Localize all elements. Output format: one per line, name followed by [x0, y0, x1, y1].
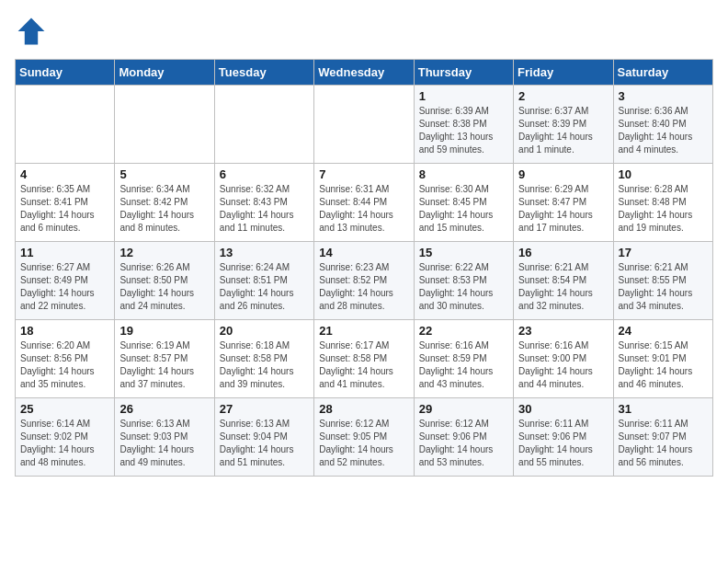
- calendar-cell: 4Sunrise: 6:35 AM Sunset: 8:41 PM Daylig…: [16, 164, 115, 242]
- cell-content: Sunrise: 6:36 AM Sunset: 8:40 PM Dayligh…: [619, 105, 708, 156]
- day-number: 17: [619, 246, 708, 259]
- cell-content: Sunrise: 6:12 AM Sunset: 9:06 PM Dayligh…: [419, 418, 508, 469]
- calendar-cell: 8Sunrise: 6:30 AM Sunset: 8:45 PM Daylig…: [414, 164, 513, 242]
- weekday-header-thursday: Thursday: [414, 60, 513, 86]
- cell-content: Sunrise: 6:23 AM Sunset: 8:52 PM Dayligh…: [319, 261, 408, 313]
- calendar-cell: 15Sunrise: 6:22 AM Sunset: 8:53 PM Dayli…: [414, 242, 513, 320]
- calendar-cell: [16, 86, 115, 164]
- day-number: 28: [319, 402, 408, 416]
- day-number: 22: [419, 324, 508, 338]
- cell-content: Sunrise: 6:27 AM Sunset: 8:49 PM Dayligh…: [20, 261, 109, 313]
- calendar-cell: 27Sunrise: 6:13 AM Sunset: 9:04 PM Dayli…: [214, 398, 313, 477]
- weekday-header-row: SundayMondayTuesdayWednesdayThursdayFrid…: [16, 60, 713, 86]
- calendar-cell: 18Sunrise: 6:20 AM Sunset: 8:56 PM Dayli…: [16, 320, 115, 398]
- week-row-4: 18Sunrise: 6:20 AM Sunset: 8:56 PM Dayli…: [16, 320, 713, 398]
- weekday-header-sunday: Sunday: [16, 60, 115, 86]
- day-number: 31: [619, 402, 708, 416]
- day-number: 21: [319, 324, 408, 338]
- day-number: 8: [419, 167, 508, 181]
- weekday-header-wednesday: Wednesday: [314, 60, 414, 86]
- logo-icon: [15, 15, 48, 48]
- day-number: 24: [619, 324, 708, 338]
- cell-content: Sunrise: 6:26 AM Sunset: 8:50 PM Dayligh…: [119, 261, 209, 313]
- calendar-cell: 6Sunrise: 6:32 AM Sunset: 8:43 PM Daylig…: [214, 164, 313, 242]
- cell-content: Sunrise: 6:11 AM Sunset: 9:06 PM Dayligh…: [518, 418, 608, 469]
- day-number: 29: [419, 402, 508, 416]
- day-number: 2: [518, 89, 608, 103]
- weekday-header-friday: Friday: [514, 60, 613, 86]
- calendar-cell: 22Sunrise: 6:16 AM Sunset: 8:59 PM Dayli…: [414, 320, 513, 398]
- cell-content: Sunrise: 6:28 AM Sunset: 8:48 PM Dayligh…: [619, 183, 708, 235]
- calendar-table: SundayMondayTuesdayWednesdayThursdayFrid…: [15, 59, 713, 477]
- calendar-cell: 28Sunrise: 6:12 AM Sunset: 9:05 PM Dayli…: [314, 398, 414, 477]
- day-number: 4: [20, 167, 109, 181]
- week-row-3: 11Sunrise: 6:27 AM Sunset: 8:49 PM Dayli…: [16, 242, 713, 320]
- calendar-cell: 14Sunrise: 6:23 AM Sunset: 8:52 PM Dayli…: [314, 242, 414, 320]
- day-number: 12: [119, 246, 209, 259]
- week-row-5: 25Sunrise: 6:14 AM Sunset: 9:02 PM Dayli…: [16, 398, 713, 477]
- day-number: 18: [20, 324, 109, 338]
- cell-content: Sunrise: 6:11 AM Sunset: 9:07 PM Dayligh…: [619, 418, 708, 469]
- calendar-cell: 11Sunrise: 6:27 AM Sunset: 8:49 PM Dayli…: [16, 242, 115, 320]
- weekday-header-tuesday: Tuesday: [214, 60, 313, 86]
- calendar-cell: 19Sunrise: 6:19 AM Sunset: 8:57 PM Dayli…: [115, 320, 214, 398]
- day-number: 23: [518, 324, 608, 338]
- day-number: 19: [119, 324, 209, 338]
- cell-content: Sunrise: 6:14 AM Sunset: 9:02 PM Dayligh…: [20, 418, 109, 469]
- cell-content: Sunrise: 6:39 AM Sunset: 8:38 PM Dayligh…: [419, 105, 508, 156]
- cell-content: Sunrise: 6:32 AM Sunset: 8:43 PM Dayligh…: [220, 183, 309, 235]
- day-number: 3: [619, 89, 708, 103]
- cell-content: Sunrise: 6:22 AM Sunset: 8:53 PM Dayligh…: [419, 261, 508, 313]
- cell-content: Sunrise: 6:20 AM Sunset: 8:56 PM Dayligh…: [20, 339, 109, 391]
- calendar-cell: 31Sunrise: 6:11 AM Sunset: 9:07 PM Dayli…: [613, 398, 712, 477]
- cell-content: Sunrise: 6:35 AM Sunset: 8:41 PM Dayligh…: [20, 183, 109, 235]
- cell-content: Sunrise: 6:31 AM Sunset: 8:44 PM Dayligh…: [319, 183, 408, 235]
- day-number: 1: [419, 89, 508, 103]
- cell-content: Sunrise: 6:17 AM Sunset: 8:58 PM Dayligh…: [319, 339, 408, 391]
- calendar-cell: 1Sunrise: 6:39 AM Sunset: 8:38 PM Daylig…: [414, 86, 513, 164]
- cell-content: Sunrise: 6:16 AM Sunset: 8:59 PM Dayligh…: [419, 339, 508, 391]
- calendar-cell: 13Sunrise: 6:24 AM Sunset: 8:51 PM Dayli…: [214, 242, 313, 320]
- day-number: 27: [220, 402, 309, 416]
- calendar-cell: 10Sunrise: 6:28 AM Sunset: 8:48 PM Dayli…: [613, 164, 712, 242]
- cell-content: Sunrise: 6:16 AM Sunset: 9:00 PM Dayligh…: [518, 339, 608, 391]
- weekday-header-saturday: Saturday: [613, 60, 712, 86]
- cell-content: Sunrise: 6:37 AM Sunset: 8:39 PM Dayligh…: [518, 105, 608, 156]
- cell-content: Sunrise: 6:24 AM Sunset: 8:51 PM Dayligh…: [220, 261, 309, 313]
- calendar-cell: 29Sunrise: 6:12 AM Sunset: 9:06 PM Dayli…: [414, 398, 513, 477]
- calendar-cell: 16Sunrise: 6:21 AM Sunset: 8:54 PM Dayli…: [514, 242, 613, 320]
- calendar-cell: 9Sunrise: 6:29 AM Sunset: 8:47 PM Daylig…: [514, 164, 613, 242]
- day-number: 6: [220, 167, 309, 181]
- calendar-cell: [214, 86, 313, 164]
- calendar-cell: 12Sunrise: 6:26 AM Sunset: 8:50 PM Dayli…: [115, 242, 214, 320]
- day-number: 16: [518, 246, 608, 259]
- calendar-cell: 25Sunrise: 6:14 AM Sunset: 9:02 PM Dayli…: [16, 398, 115, 477]
- day-number: 11: [20, 246, 109, 259]
- calendar-cell: [115, 86, 214, 164]
- day-number: 10: [619, 167, 708, 181]
- day-number: 25: [20, 402, 109, 416]
- day-number: 20: [220, 324, 309, 338]
- day-number: 13: [220, 246, 309, 259]
- svg-marker-0: [18, 18, 45, 45]
- day-number: 14: [319, 246, 408, 259]
- calendar-cell: 2Sunrise: 6:37 AM Sunset: 8:39 PM Daylig…: [514, 86, 613, 164]
- day-number: 5: [119, 167, 209, 181]
- day-number: 7: [319, 167, 408, 181]
- calendar-cell: 3Sunrise: 6:36 AM Sunset: 8:40 PM Daylig…: [613, 86, 712, 164]
- cell-content: Sunrise: 6:21 AM Sunset: 8:55 PM Dayligh…: [619, 261, 708, 313]
- cell-content: Sunrise: 6:18 AM Sunset: 8:58 PM Dayligh…: [220, 339, 309, 391]
- cell-content: Sunrise: 6:13 AM Sunset: 9:03 PM Dayligh…: [119, 418, 209, 469]
- calendar-cell: 7Sunrise: 6:31 AM Sunset: 8:44 PM Daylig…: [314, 164, 414, 242]
- cell-content: Sunrise: 6:12 AM Sunset: 9:05 PM Dayligh…: [319, 418, 408, 469]
- page-header: [15, 15, 713, 48]
- cell-content: Sunrise: 6:13 AM Sunset: 9:04 PM Dayligh…: [220, 418, 309, 469]
- cell-content: Sunrise: 6:30 AM Sunset: 8:45 PM Dayligh…: [419, 183, 508, 235]
- cell-content: Sunrise: 6:21 AM Sunset: 8:54 PM Dayligh…: [518, 261, 608, 313]
- day-number: 26: [119, 402, 209, 416]
- day-number: 15: [419, 246, 508, 259]
- day-number: 30: [518, 402, 608, 416]
- cell-content: Sunrise: 6:34 AM Sunset: 8:42 PM Dayligh…: [119, 183, 209, 235]
- cell-content: Sunrise: 6:15 AM Sunset: 9:01 PM Dayligh…: [619, 339, 708, 391]
- calendar-cell: [314, 86, 414, 164]
